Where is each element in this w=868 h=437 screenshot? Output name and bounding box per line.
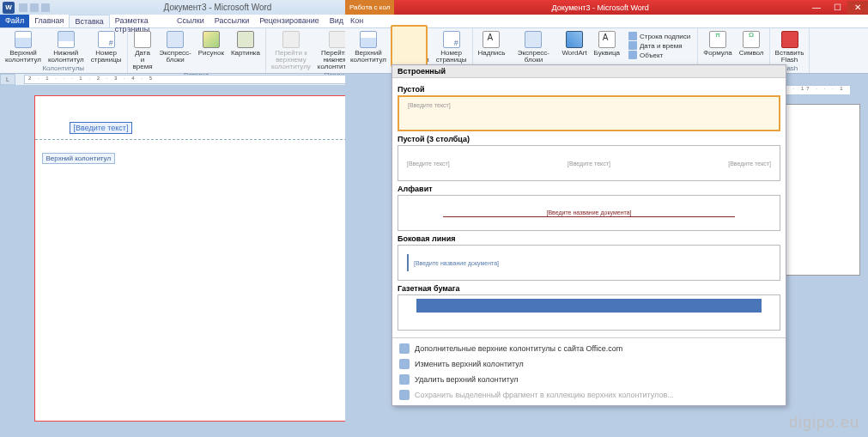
- maximize-button[interactable]: ☐: [827, 1, 847, 14]
- remove-header[interactable]: Удалить верхний колонтитул: [392, 372, 786, 387]
- date-icon: [134, 31, 151, 48]
- office-icon: [399, 343, 410, 354]
- signature-line[interactable]: Строка подписи: [628, 32, 690, 40]
- preview-blue-bar: [416, 299, 761, 313]
- header-button-highlight: [391, 25, 428, 67]
- clipart-button[interactable]: Картинка: [229, 30, 262, 71]
- page-number-icon: [98, 31, 115, 48]
- quick-parts-button-r[interactable]: Экспресс-блоки: [510, 30, 556, 64]
- textbox-button[interactable]: Надпись: [476, 30, 507, 64]
- header-icon: [360, 31, 377, 48]
- gallery-scroll[interactable]: Пустой [Введите текст] Пустой (3 столбца…: [392, 78, 786, 337]
- picture-button[interactable]: Рисунок: [197, 30, 226, 71]
- edit-icon: [399, 359, 410, 369]
- watermark: digipo.eu: [789, 414, 859, 432]
- dropcap-button[interactable]: Буквица: [592, 30, 622, 64]
- minimize-button[interactable]: —: [806, 1, 827, 14]
- save-icon: [399, 390, 410, 400]
- document-page[interactable]: [Введите текст] Верхний колонтитул: [34, 95, 352, 422]
- side-bar-icon: [407, 254, 409, 271]
- tab-mail[interactable]: Рассылки: [209, 15, 254, 27]
- dropcap-icon: [598, 31, 616, 48]
- edit-header[interactable]: Изменить верхний колонтитул: [392, 356, 786, 372]
- tab-file[interactable]: Файл: [0, 15, 29, 27]
- word-icon: W: [3, 2, 15, 14]
- gallery-item-blank[interactable]: [Введите текст]: [398, 95, 780, 131]
- more-from-office[interactable]: Дополнительные верхние колонтитулы с сай…: [392, 341, 786, 356]
- tab-insert[interactable]: Вставка: [69, 15, 109, 27]
- textbox-icon: [483, 31, 500, 48]
- preview-placeholder: [Введите название документа]: [414, 260, 499, 266]
- header-icon: [15, 31, 32, 48]
- gallery-footer: Дополнительные верхние колонтитулы с сай…: [392, 337, 786, 405]
- header-placeholder[interactable]: [Введите текст]: [70, 122, 133, 134]
- page-number-button-r[interactable]: Номерстраницы: [434, 30, 469, 64]
- text-small-buttons: Строка подписи Дата и время Объект: [625, 30, 694, 64]
- equation-icon: π: [709, 31, 726, 48]
- preview-placeholder: [Введите название документа]: [443, 209, 734, 217]
- object-icon: [628, 51, 637, 59]
- flash-button[interactable]: ВставитьFlash: [774, 30, 806, 64]
- blocks-icon: [167, 31, 184, 48]
- header-button-r[interactable]: Верхнийколонтитул: [349, 30, 388, 64]
- equation-button[interactable]: πФормула: [701, 30, 734, 64]
- contextual-tab-label: Работа с кол: [345, 0, 394, 15]
- footer-icon: [58, 31, 75, 48]
- left-ruler-row: L 2 · 1 · · · 1 · 2 · 3 · 4 · 5: [0, 74, 385, 85]
- gallery-item-sideline[interactable]: [Введите название документа]: [398, 245, 780, 281]
- goto-header-button: Перейти к верхнемуколонтитулу: [270, 30, 313, 71]
- preview-placeholder: [Введите текст]: [408, 102, 451, 108]
- signature-icon: [628, 32, 637, 40]
- ruler-corner[interactable]: L: [0, 74, 15, 85]
- quick-access-toolbar[interactable]: [19, 3, 50, 12]
- header-zone[interactable]: [Введите текст]: [35, 96, 351, 140]
- quick-parts-button[interactable]: Экспресс-блоки: [158, 30, 193, 71]
- remove-icon: [399, 374, 410, 385]
- gallery-section-header: Встроенный: [392, 65, 786, 78]
- left-ribbon-tabs: Файл Главная Вставка Разметка страницы С…: [0, 15, 385, 28]
- left-document-area[interactable]: [Введите текст] Верхний колонтитул: [0, 85, 385, 437]
- left-word-window: W Документ3 - Microsoft Word Файл Главна…: [0, 0, 385, 437]
- group-label: Колонтитулы: [3, 64, 124, 73]
- header-tab-label: Верхний колонтитул: [42, 153, 116, 164]
- window-buttons: — ☐ ✕: [806, 1, 868, 14]
- goto-header-icon: [282, 31, 300, 48]
- left-titlebar: W Документ3 - Microsoft Word: [0, 0, 385, 15]
- save-selection: Сохранить выделенный фрагмент в коллекци…: [392, 387, 786, 403]
- footer-button[interactable]: Нижнийколонтитул: [46, 30, 86, 64]
- gallery-item-title: Алфавит: [398, 185, 780, 193]
- group-insert: Дата ивремя Экспресс-блоки Рисунок Карти…: [128, 28, 266, 73]
- page-number-icon: [443, 31, 460, 48]
- blocks-icon: [525, 31, 542, 48]
- right-title-text: Документ3 - Microsoft Word: [394, 3, 806, 12]
- date-time-button[interactable]: Дата ивремя: [131, 30, 155, 71]
- tab-review[interactable]: Рецензирование: [254, 15, 325, 27]
- symbol-icon: Ω: [743, 31, 760, 48]
- date-icon: [628, 41, 637, 50]
- tab-home[interactable]: Главная: [29, 15, 69, 27]
- tab-layout[interactable]: Разметка страницы: [110, 15, 172, 27]
- goto-footer-icon: [329, 31, 346, 48]
- gallery-item-title: Газетная бумага: [398, 284, 780, 293]
- tab-design[interactable]: Кон: [345, 15, 368, 27]
- right-titlebar: Работа с кол Документ3 - Microsoft Word …: [345, 0, 868, 15]
- symbol-button[interactable]: ΩСимвол: [737, 30, 766, 64]
- gallery-item-alphabet[interactable]: [Введите название документа]: [398, 195, 780, 231]
- gallery-item-newsprint[interactable]: [398, 294, 780, 331]
- header-button[interactable]: Верхнийколонтитул: [3, 30, 43, 64]
- header-gallery-dropdown: Встроенный Пустой [Введите текст] Пустой…: [392, 64, 786, 406]
- left-ribbon: Верхнийколонтитул Нижнийколонтитул Номер…: [0, 28, 385, 74]
- gallery-item-title: Пустой (3 столбца): [398, 135, 780, 143]
- horizontal-ruler[interactable]: 2 · 1 · · · 1 · 2 · 3 · 4 · 5: [24, 75, 377, 84]
- flash-icon: [781, 31, 798, 48]
- wordart-button[interactable]: WordArt: [560, 30, 588, 64]
- date-time-r[interactable]: Дата и время: [628, 41, 690, 50]
- object-button[interactable]: Объект: [628, 51, 690, 59]
- gallery-item-title: Пустой: [398, 85, 780, 94]
- gallery-item-three-columns[interactable]: [Введите текст] [Введите текст] [Введите…: [398, 145, 780, 181]
- group-headers-footers: Верхнийколонтитул Нижнийколонтитул Номер…: [0, 28, 128, 73]
- page-number-button[interactable]: Номерстраницы: [89, 30, 124, 64]
- tab-refs[interactable]: Ссылки: [172, 15, 209, 27]
- close-button[interactable]: ✕: [847, 1, 868, 14]
- gallery-item-title: Боковая линия: [398, 234, 780, 243]
